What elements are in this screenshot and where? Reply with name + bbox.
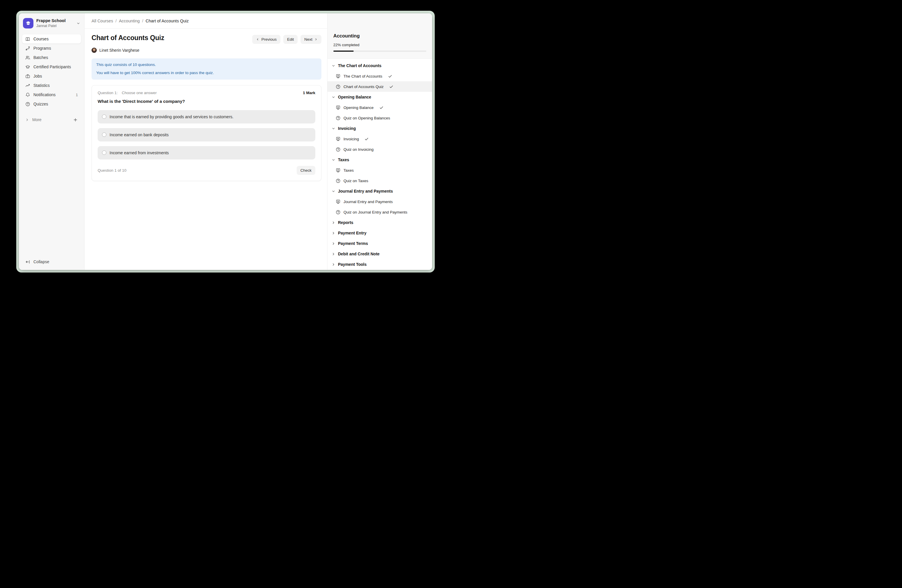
outline-item-opening-balance[interactable]: Opening Balance — [327, 102, 432, 113]
quiz-icon — [336, 84, 341, 89]
outline-section-opening-balance[interactable]: Opening Balance — [327, 92, 432, 102]
check-icon — [379, 105, 384, 110]
outline-section-title: Payment Entry — [338, 231, 366, 235]
sidebar-item-notifications[interactable]: Notifications1 — [22, 90, 81, 99]
sidebar-item-batches[interactable]: Batches — [22, 53, 81, 62]
workspace-user: Jannat Patel — [36, 24, 74, 28]
briefcase-icon — [25, 74, 30, 79]
answer-option[interactable]: Income earned on bank deposits — [98, 128, 315, 141]
question-header: Question 1: Choose one answer 1 Mark — [98, 91, 315, 95]
outline-section-payment-entry[interactable]: Payment Entry — [327, 228, 432, 238]
collapse-arrow-icon — [25, 260, 30, 264]
title-row: Chart of Accounts Quiz Previous Edit — [92, 34, 321, 44]
outline-item-quiz-on-invoicing[interactable]: Quiz on Invoicing — [327, 144, 432, 155]
question-instruction: Choose one answer — [122, 91, 157, 95]
outline-item-chart-of-accounts-quiz[interactable]: Chart of Accounts Quiz — [327, 81, 432, 92]
outline-item-the-chart-of-accounts[interactable]: The Chart of Accounts — [327, 71, 432, 81]
sidebar-item-quizzes[interactable]: Quizzes — [22, 99, 81, 109]
author-row: Linet Sherin Varghese — [92, 48, 321, 53]
chevron-down-icon — [77, 22, 80, 25]
outline-section-title: Payment Tools — [338, 262, 367, 267]
outline-item-journal-entry-and-payments[interactable]: Journal Entry and Payments — [327, 196, 432, 207]
next-button[interactable]: Next — [301, 35, 321, 44]
collapse-sidebar-button[interactable]: Collapse — [22, 256, 81, 267]
outline-item-label: Quiz on Journal Entry and Payments — [343, 210, 407, 214]
outline-section-journal-entry-and-payments[interactable]: Journal Entry and Payments — [327, 186, 432, 196]
sidebar-item-certified-participants[interactable]: Certified Participants — [22, 62, 81, 72]
collapse-label: Collapse — [33, 260, 49, 264]
sidebar-item-courses[interactable]: Courses — [22, 34, 81, 44]
outline-item-quiz-on-journal-entry-and-payments[interactable]: Quiz on Journal Entry and Payments — [327, 207, 432, 217]
workspace-title: Frappe School — [36, 18, 74, 23]
outline-item-quiz-on-taxes[interactable]: Quiz on Taxes — [327, 175, 432, 186]
quiz-info-line-2: You will have to get 100% correct answer… — [96, 70, 317, 76]
check-button[interactable]: Check — [297, 166, 315, 175]
sidebar-item-programs[interactable]: Programs — [22, 44, 81, 53]
sidebar-item-jobs[interactable]: Jobs — [22, 72, 81, 81]
chevron-down-icon — [332, 127, 335, 130]
trending-up-icon — [25, 83, 30, 88]
outline-section-reports[interactable]: Reports — [327, 217, 432, 228]
help-circle-icon — [25, 102, 30, 106]
outline-section-payment-tools[interactable]: Payment Tools — [327, 259, 432, 270]
workspace-switcher[interactable]: Frappe School Jannat Patel — [22, 17, 81, 28]
plus-icon[interactable] — [73, 117, 78, 122]
breadcrumb-current: Chart of Accounts Quiz — [146, 19, 189, 23]
sidebar-menu: CoursesProgramsBatchesCertified Particip… — [22, 34, 81, 109]
sidebar-item-statistics[interactable]: Statistics — [22, 81, 81, 90]
outline-section-title: Invoicing — [338, 126, 356, 131]
check-icon — [388, 74, 392, 78]
main-area: All Courses / Accounting / Chart of Acco… — [85, 13, 327, 270]
outline-item-invoicing[interactable]: Invoicing — [327, 134, 432, 144]
quiz-question-card: Question 1: Choose one answer 1 Mark Wha… — [92, 85, 321, 181]
radio-button[interactable] — [102, 150, 106, 155]
outline-section-title: Journal Entry and Payments — [338, 189, 393, 194]
outline-item-quiz-on-opening-balances[interactable]: Quiz on Opening Balances — [327, 113, 432, 123]
chevron-right-icon — [332, 263, 335, 266]
edit-label: Edit — [287, 37, 294, 42]
breadcrumb-separator: / — [142, 19, 143, 23]
question-marks: 1 Mark — [303, 91, 315, 95]
sidebar-item-label: Certified Participants — [33, 64, 71, 69]
lesson-icon — [336, 136, 341, 141]
outline-item-label: The Chart of Accounts — [343, 74, 382, 78]
chevron-down-icon — [332, 95, 335, 99]
outline-item-label: Quiz on Taxes — [343, 179, 368, 183]
radio-button[interactable] — [102, 114, 106, 119]
edit-button[interactable]: Edit — [283, 35, 298, 44]
lesson-icon — [336, 74, 341, 79]
sidebar-item-label: Courses — [33, 37, 49, 41]
outline-item-label: Quiz on Opening Balances — [343, 116, 390, 120]
chevron-right-icon — [25, 118, 29, 122]
outline-section-payment-terms[interactable]: Payment Terms — [327, 238, 432, 249]
outline-item-label: Invoicing — [343, 137, 359, 141]
check-icon — [389, 84, 393, 89]
outline-item-taxes[interactable]: Taxes — [327, 165, 432, 175]
workspace-names: Frappe School Jannat Patel — [36, 18, 74, 28]
sidebar-item-label: Notifications — [33, 92, 55, 97]
radio-button[interactable] — [102, 133, 106, 137]
breadcrumb: All Courses / Accounting / Chart of Acco… — [85, 13, 327, 29]
outline-section-invoicing[interactable]: Invoicing — [327, 123, 432, 134]
sidebar-item-more[interactable]: More — [22, 115, 81, 124]
outline-section-taxes[interactable]: Taxes — [327, 155, 432, 165]
answer-options: Income that is earned by providing goods… — [98, 110, 315, 160]
breadcrumb-link-accounting[interactable]: Accounting — [119, 19, 140, 23]
outline-section-debit-and-credit-note[interactable]: Debit and Credit Note — [327, 249, 432, 259]
outline-section-the-chart-of-accounts[interactable]: The Chart of Accounts — [327, 60, 432, 71]
outline-section-title: Payment Terms — [338, 241, 368, 246]
users-icon — [25, 55, 30, 60]
breadcrumb-link-all-courses[interactable]: All Courses — [92, 19, 113, 23]
outline-item-label: Chart of Accounts Quiz — [343, 84, 384, 89]
sidebar-item-label: Statistics — [33, 83, 50, 88]
page-actions: Previous Edit Next — [252, 35, 321, 44]
previous-label: Previous — [261, 37, 277, 42]
course-outline-sidebar: Accounting 22% completed The Chart of Ac… — [327, 13, 432, 270]
sidebar-item-label: Quizzes — [33, 102, 48, 106]
book-open-icon — [25, 37, 30, 42]
sidebar-item-label: Batches — [33, 55, 48, 60]
check-label: Check — [301, 168, 312, 172]
answer-option[interactable]: Income that is earned by providing goods… — [98, 110, 315, 124]
previous-button[interactable]: Previous — [252, 35, 280, 44]
answer-option[interactable]: Income earned from investments — [98, 146, 315, 160]
